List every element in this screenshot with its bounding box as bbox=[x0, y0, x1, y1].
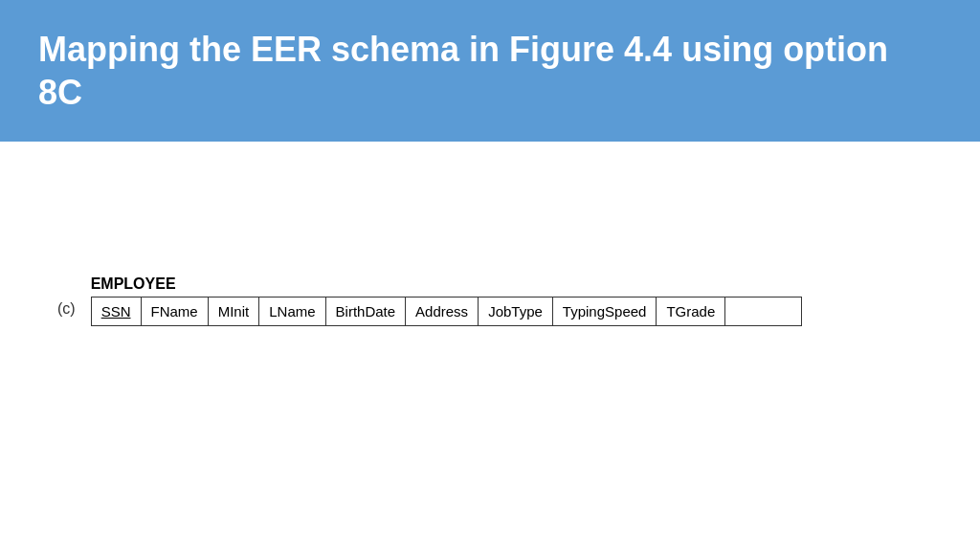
attr-FName: FName bbox=[142, 297, 209, 326]
attr-SSN: SSN bbox=[91, 297, 142, 326]
attr-LName: LName bbox=[259, 297, 325, 326]
entity-name: EMPLOYEE bbox=[91, 276, 803, 293]
attr-MInit: MInit bbox=[209, 297, 260, 326]
content-area: (c) EMPLOYEE SSN FName MInit LName Birth… bbox=[0, 142, 980, 345]
page-title: Mapping the EER schema in Figure 4.4 usi… bbox=[38, 28, 942, 114]
attr-BirthDate: BirthDate bbox=[326, 297, 407, 326]
attr-JobType: JobType bbox=[479, 297, 553, 326]
attr-Address: Address bbox=[406, 297, 479, 326]
section-label: (c) bbox=[57, 300, 76, 318]
schema-block: EMPLOYEE SSN FName MInit LName BirthDate… bbox=[91, 276, 803, 326]
attributes-table: SSN FName MInit LName BirthDate Address … bbox=[91, 297, 803, 326]
schema-container: (c) EMPLOYEE SSN FName MInit LName Birth… bbox=[57, 276, 802, 326]
header: Mapping the EER schema in Figure 4.4 usi… bbox=[0, 0, 980, 142]
attr-TypingSpeed: TypingSpeed bbox=[553, 297, 657, 326]
attr-TGrade: TGrade bbox=[657, 297, 725, 326]
attr-empty bbox=[725, 297, 802, 326]
